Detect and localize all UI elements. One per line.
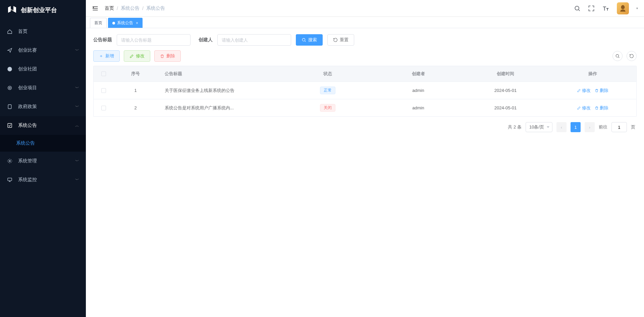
fullscreen-icon[interactable] <box>588 5 595 12</box>
svg-point-0 <box>7 67 12 71</box>
goto-input[interactable] <box>611 122 627 132</box>
github-icon <box>7 66 13 72</box>
sidebar-item-label: 系统公告 <box>18 122 75 128</box>
sidebar-item-notice[interactable]: 系统公告 ︿ <box>0 116 86 135</box>
sidebar-subitem-label: 系统公告 <box>16 140 35 146</box>
sidebar-item-label: 首页 <box>18 29 79 35</box>
row-checkbox[interactable] <box>101 106 106 110</box>
edit-icon <box>577 106 581 110</box>
sidebar-item-club[interactable]: 创业社团 <box>0 60 86 78</box>
sidebar-subitem-notice[interactable]: 系统公告 <box>0 135 86 152</box>
pagination: 共 2 条 10条/页 ‹ 1 › 前往 页 <box>93 117 637 138</box>
add-button-label: 新增 <box>105 53 114 59</box>
cell-created: 2024-05-01 <box>462 99 549 116</box>
breadcrumb-sep: / <box>142 6 144 11</box>
add-button[interactable]: ＋ 新增 <box>93 50 120 62</box>
edit-icon <box>577 89 581 93</box>
home-icon <box>7 29 13 34</box>
logo-icon <box>7 5 17 15</box>
sidebar-item-label: 创业社团 <box>18 66 79 72</box>
status-badge: 关闭 <box>320 104 335 112</box>
row-delete-button[interactable]: 删除 <box>595 105 608 111</box>
table-search-button[interactable] <box>612 51 623 61</box>
table-refresh-button[interactable] <box>627 51 637 61</box>
cell-index: 2 <box>114 99 157 116</box>
sidebar: 创新创业平台 首页 创业比赛 ﹀ 创业社团 创业项目 ﹀ <box>0 0 86 317</box>
send-icon <box>7 48 13 53</box>
cell-title: 关于医保征缴业务上线新系统的公告 <box>165 88 234 94</box>
cell-title: 系统公告是对系统用户广播系统内... <box>165 105 234 111</box>
filter-creator-input[interactable] <box>217 34 291 46</box>
th-created: 创建时间 <box>462 66 549 82</box>
delete-button-label: 删除 <box>166 53 175 59</box>
cell-creator: admin <box>375 82 462 99</box>
refresh-icon <box>629 54 634 58</box>
close-icon[interactable]: × <box>136 21 138 25</box>
sidebar-item-monitor[interactable]: 系统监控 ﹀ <box>0 170 86 189</box>
hamburger-icon[interactable] <box>92 5 99 12</box>
action-row: ＋ 新增 修改 删除 <box>93 50 637 62</box>
goto-suffix: 页 <box>631 124 635 130</box>
checkbox-all[interactable] <box>101 71 106 76</box>
trash-icon <box>595 106 599 110</box>
sidebar-item-home[interactable]: 首页 <box>0 22 86 41</box>
fontsize-icon[interactable] <box>602 5 609 12</box>
row-delete-button[interactable]: 删除 <box>595 88 608 94</box>
search-icon[interactable] <box>574 5 581 12</box>
th-status: 状态 <box>281 66 375 82</box>
filter-creator-label: 创建人 <box>199 37 213 43</box>
monitor-icon <box>7 177 13 182</box>
main: 首页 / 系统公告 / 系统公告 ▾ 首页 <box>86 0 644 317</box>
target-icon <box>7 85 13 91</box>
sidebar-item-label: 政府政策 <box>18 104 75 110</box>
page-size-select[interactable]: 10条/页 <box>526 122 552 132</box>
tab-notice[interactable]: 系统公告 × <box>108 18 143 28</box>
chevron-up-icon: ︿ <box>75 123 79 128</box>
filter-title-input[interactable] <box>117 34 191 46</box>
filter-row: 公告标题 创建人 搜索 重置 <box>93 34 637 46</box>
breadcrumb-item[interactable]: 首页 <box>105 5 114 11</box>
th-creator: 创建者 <box>375 66 462 82</box>
tabsbar: 首页 系统公告 × <box>86 17 644 28</box>
content: 公告标题 创建人 搜索 重置 ＋ 新增 <box>86 28 644 317</box>
page-next-button[interactable]: › <box>585 122 595 132</box>
sidebar-item-label: 创业项目 <box>18 85 75 91</box>
row-edit-button[interactable]: 修改 <box>577 105 591 111</box>
th-index: 序号 <box>114 66 157 82</box>
th-title: 公告标题 <box>157 66 281 82</box>
sidebar-item-competition[interactable]: 创业比赛 ﹀ <box>0 41 86 60</box>
cell-created: 2024-05-01 <box>462 82 549 99</box>
sidebar-item-policy[interactable]: 政府政策 ﹀ <box>0 97 86 116</box>
row-checkbox[interactable] <box>101 88 106 93</box>
page-number[interactable]: 1 <box>571 122 581 132</box>
gear-icon <box>7 158 13 164</box>
th-actions: 操作 <box>549 66 636 82</box>
delete-button[interactable]: 删除 <box>154 50 181 62</box>
sidebar-item-label: 创业比赛 <box>18 47 75 53</box>
svg-point-7 <box>575 6 579 10</box>
tab-home[interactable]: 首页 <box>90 18 107 28</box>
check-icon <box>7 123 13 128</box>
row-edit-button[interactable]: 修改 <box>577 88 591 94</box>
search-button[interactable]: 搜索 <box>296 34 323 46</box>
th-checkbox <box>94 66 114 82</box>
pagination-total: 共 2 条 <box>508 124 521 130</box>
sidebar-menu: 首页 创业比赛 ﹀ 创业社团 创业项目 ﹀ 政府政策 ﹀ <box>0 20 86 189</box>
breadcrumb-item: 系统公告 <box>121 5 140 11</box>
search-button-label: 搜索 <box>308 37 317 43</box>
app-title: 创新创业平台 <box>21 6 57 14</box>
sidebar-logo[interactable]: 创新创业平台 <box>0 0 86 20</box>
reset-button[interactable]: 重置 <box>327 34 354 46</box>
avatar[interactable] <box>617 2 629 14</box>
edit-button[interactable]: 修改 <box>124 50 150 62</box>
svg-rect-3 <box>8 105 11 109</box>
cell-index: 1 <box>114 82 157 99</box>
page-prev-button[interactable]: ‹ <box>556 122 567 132</box>
active-dot-icon <box>112 22 115 24</box>
sidebar-item-project[interactable]: 创业项目 ﹀ <box>0 78 86 97</box>
sidebar-item-label: 系统管理 <box>18 158 75 164</box>
sidebar-item-system[interactable]: 系统管理 ﹀ <box>0 152 86 170</box>
table-header: 序号 公告标题 状态 创建者 创建时间 操作 <box>94 66 636 82</box>
caret-down-icon[interactable]: ▾ <box>636 6 638 10</box>
edit-icon <box>129 54 134 58</box>
